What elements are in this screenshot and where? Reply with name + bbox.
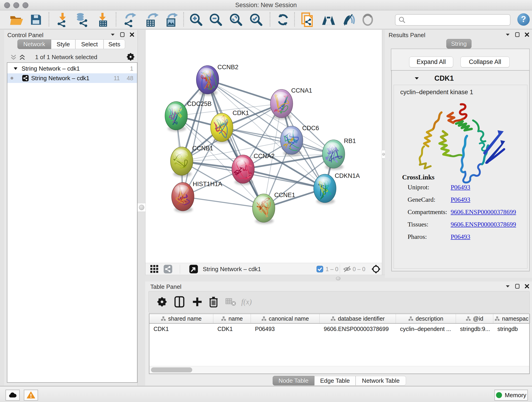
zoom-in-icon[interactable] — [189, 13, 203, 27]
import-table-icon[interactable] — [96, 12, 110, 27]
tab-string[interactable]: String — [446, 39, 472, 49]
collapse-all-button[interactable]: Collapse All — [461, 57, 510, 67]
crosslink-link[interactable]: P06493 — [451, 233, 470, 240]
float-panel-icon[interactable] — [515, 32, 520, 37]
horizontal-splitter-handle[interactable] — [336, 277, 341, 280]
clone-network-icon[interactable] — [300, 12, 315, 27]
network-collection-row[interactable]: String Network – cdk1 1 — [7, 64, 137, 73]
network-node-CDC25B[interactable] — [165, 102, 187, 132]
network-node-CCNB1[interactable] — [171, 147, 193, 177]
open-session-icon[interactable] — [9, 13, 23, 26]
table-cell[interactable]: stringdb:9... — [456, 324, 493, 334]
network-node-RB1[interactable] — [322, 140, 345, 170]
table-cell[interactable]: CDK1 — [149, 324, 213, 334]
export-image-icon[interactable] — [164, 12, 179, 27]
crosslink-link[interactable]: P06493 — [451, 196, 470, 203]
tab-edge-table[interactable]: Edge Table — [314, 376, 355, 385]
network-row-selected[interactable]: String Network – cdk1 11 48 — [7, 73, 137, 83]
collapse-gene-icon[interactable] — [414, 77, 419, 80]
search-input[interactable] — [406, 15, 510, 25]
network-node-CCNA2[interactable] — [232, 155, 254, 185]
delete-column-icon[interactable] — [209, 296, 218, 307]
help-icon[interactable]: ? — [517, 13, 530, 26]
close-panel-icon[interactable] — [525, 32, 529, 37]
network-graph[interactable]: CCNB2CCNA1CDC25BCDK1CDC6RB1CCNB1CCNA2CDK… — [146, 30, 381, 263]
search-network-binoculars-icon[interactable] — [321, 13, 336, 26]
search-field[interactable] — [395, 14, 510, 26]
table-cell[interactable]: cyclin–dependent ... — [396, 324, 456, 334]
network-node-CCNE1[interactable] — [253, 194, 275, 224]
table-row[interactable]: CDK1CDK1P064939606.ENSP00000378699cyclin… — [149, 324, 529, 334]
expand-all-button[interactable]: Expand All — [409, 57, 453, 67]
add-column-icon[interactable] — [192, 297, 202, 307]
cloud-button[interactable] — [6, 390, 20, 401]
table-cell[interactable]: CDK1 — [213, 324, 251, 334]
tab-sets[interactable]: Sets — [104, 39, 125, 49]
panel-menu-icon[interactable] — [505, 33, 510, 36]
grid-view-icon[interactable] — [150, 265, 159, 274]
table-horizontal-scrollbar[interactable] — [149, 366, 529, 374]
network-canvas[interactable]: CCNB2CCNA1CDC25BCDK1CDC6RB1CCNB1CCNA2CDK… — [145, 30, 382, 263]
network-node-CDC6[interactable] — [280, 126, 303, 156]
zoom-selected-icon[interactable] — [249, 13, 263, 27]
open-view-icon[interactable] — [189, 264, 198, 274]
tab-select[interactable]: Select — [75, 39, 104, 49]
column-header-namespac[interactable]: namespac — [493, 314, 530, 323]
memory-button[interactable]: Memory — [494, 390, 528, 401]
network-node-HIST1H1A[interactable] — [172, 182, 194, 212]
delete-table-icon[interactable] — [225, 297, 236, 306]
float-panel-icon[interactable] — [515, 284, 520, 289]
network-node-CCNA1[interactable] — [270, 89, 293, 119]
tab-node-table[interactable]: Node Table — [273, 376, 314, 385]
panel-menu-icon[interactable] — [505, 285, 510, 288]
import-network-database-icon[interactable] — [75, 12, 90, 27]
selected-checkbox-icon[interactable] — [317, 266, 323, 273]
close-panel-icon[interactable] — [130, 32, 134, 37]
network-edge[interactable] — [208, 80, 264, 208]
save-session-icon[interactable] — [29, 13, 43, 26]
network-edge[interactable] — [208, 80, 282, 104]
column-header-shared-name[interactable]: shared name — [149, 314, 213, 323]
network-node-CDK1[interactable] — [210, 113, 233, 143]
left-splitter-handle[interactable] — [138, 203, 146, 212]
string-view-icon[interactable] — [163, 264, 172, 274]
birdseye-view-eye-icon[interactable] — [361, 13, 374, 26]
crosslink-link[interactable]: 9606.ENSP00000378699 — [451, 208, 516, 216]
network-node-CCNB2[interactable] — [196, 65, 219, 96]
tab-style[interactable]: Style — [51, 39, 75, 49]
export-table-icon[interactable] — [144, 12, 159, 27]
tab-network[interactable]: Network — [17, 39, 51, 49]
select-columns-icon[interactable] — [174, 296, 184, 307]
column-header-canonical-name[interactable]: canonical name — [251, 314, 320, 323]
gene-header-row[interactable]: CDK1 — [393, 72, 528, 85]
hidden-eye-slash-icon[interactable] — [343, 265, 351, 273]
tab-network-table[interactable]: Network Table — [355, 376, 406, 385]
table-cell[interactable]: stringdb — [493, 324, 530, 334]
close-panel-icon[interactable] — [525, 284, 529, 288]
network-edge[interactable] — [243, 169, 325, 188]
show-hide-graphics-details-icon[interactable] — [342, 13, 356, 26]
network-options-gear-icon[interactable] — [127, 53, 135, 61]
warnings-button[interactable] — [24, 390, 38, 401]
table-options-gear-icon[interactable] — [157, 297, 167, 307]
export-network-icon[interactable] — [123, 12, 138, 27]
scrollbar-thumb[interactable] — [151, 367, 192, 372]
network-edge[interactable] — [183, 197, 264, 208]
column-header-name[interactable]: name — [213, 314, 251, 323]
crosslink-link[interactable]: P06493 — [451, 184, 470, 191]
zoom-out-icon[interactable] — [209, 13, 223, 27]
pan-crosshair-icon[interactable] — [371, 264, 381, 274]
column-header-database-identifier[interactable]: database identifier — [320, 314, 396, 323]
column-header-@id[interactable]: @id — [456, 314, 493, 323]
function-builder-icon[interactable]: f(x) — [241, 298, 252, 306]
network-node-CDKN1A[interactable] — [314, 174, 336, 204]
import-network-icon[interactable] — [55, 12, 70, 27]
table-cell[interactable]: P06493 — [251, 324, 320, 334]
column-header-description[interactable]: description — [396, 314, 456, 323]
crosslink-link[interactable]: 9606.ENSP00000378699 — [451, 221, 516, 228]
zoom-fit-icon[interactable] — [229, 13, 243, 27]
table-cell[interactable]: 9606.ENSP00000378699 — [320, 324, 396, 334]
refresh-icon[interactable] — [276, 13, 290, 26]
panel-menu-icon[interactable] — [110, 33, 115, 36]
tree-expander-icon[interactable] — [14, 67, 17, 70]
